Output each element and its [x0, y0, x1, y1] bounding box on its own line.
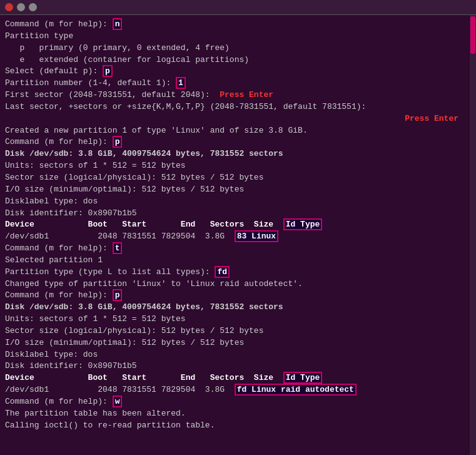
table-header: Device Boot Start End Sectors Size Id Ty…: [5, 219, 471, 231]
terminal-line: Disk identifier: 0x8907b1b5: [5, 360, 471, 372]
table-header: Device Boot Start End Sectors Size Id Ty…: [5, 372, 471, 384]
terminal-line: Sector size (logical/physical): 512 byte…: [5, 172, 471, 184]
terminal-line: Command (m for help): w: [5, 396, 471, 408]
terminal-line: I/O size (minimum/optimal): 512 bytes / …: [5, 337, 471, 349]
terminal-line: Disklabel type: dos: [5, 349, 471, 361]
terminal-line: Created a new partition 1 of type 'Linux…: [5, 125, 471, 137]
terminal-line: I/O size (minimum/optimal): 512 bytes / …: [5, 184, 471, 196]
terminal-line: Press Enter: [5, 113, 471, 125]
terminal-line: Disk /dev/sdb: 3.8 GiB, 4009754624 bytes…: [5, 148, 471, 160]
terminal-line: Last sector, +sectors or +size{K,M,G,T,P…: [5, 101, 471, 113]
terminal-line: Units: sectors of 1 * 512 = 512 bytes: [5, 160, 471, 172]
scrollbar-thumb[interactable]: [470, 16, 475, 54]
terminal-line: Disk /dev/sdb: 3.8 GiB, 4009754624 bytes…: [5, 302, 471, 314]
terminal-line: Command (m for help): n: [5, 19, 471, 31]
terminal-line: Command (m for help): p: [5, 290, 471, 302]
table-row: /dev/sdb1 2048 7831551 7829504 3.8G 83 L…: [5, 231, 471, 243]
maximize-button[interactable]: [29, 3, 37, 11]
terminal-line: Disklabel type: dos: [5, 196, 471, 208]
terminal-line: First sector (2048-7831551, default 2048…: [5, 89, 471, 101]
terminal-line: e extended (container for logical partit…: [5, 54, 471, 66]
terminal-line: Changed type of partition 'Linux' to 'Li…: [5, 279, 471, 290]
terminal-line: The partition table has been altered.: [5, 408, 471, 420]
terminal[interactable]: Command (m for help): nPartition type p …: [0, 15, 476, 455]
terminal-line: Partition type (type L to list all types…: [5, 267, 471, 279]
title-bar: [0, 0, 476, 15]
terminal-line: Units: sectors of 1 * 512 = 512 bytes: [5, 314, 471, 325]
terminal-line: Calling ioctl() to re-read partition tab…: [5, 420, 471, 432]
scrollbar[interactable]: [470, 15, 476, 455]
terminal-line: Sector size (logical/physical): 512 byte…: [5, 325, 471, 337]
terminal-line: Select (default p): p: [5, 66, 471, 78]
close-button[interactable]: [5, 3, 13, 11]
terminal-line: Partition type: [5, 31, 471, 43]
terminal-line: Command (m for help): p: [5, 136, 471, 148]
terminal-line: Partition number (1-4, default 1): 1: [5, 78, 471, 89]
terminal-line: Selected partition 1: [5, 255, 471, 267]
terminal-line: Command (m for help): t: [5, 243, 471, 255]
terminal-line: p primary (0 primary, 0 extended, 4 free…: [5, 43, 471, 54]
terminal-line: Disk identifier: 0x8907b1b5: [5, 208, 471, 220]
table-row: /dev/sdb1 2048 7831551 7829504 3.8G fd L…: [5, 384, 471, 396]
minimize-button[interactable]: [17, 3, 25, 11]
